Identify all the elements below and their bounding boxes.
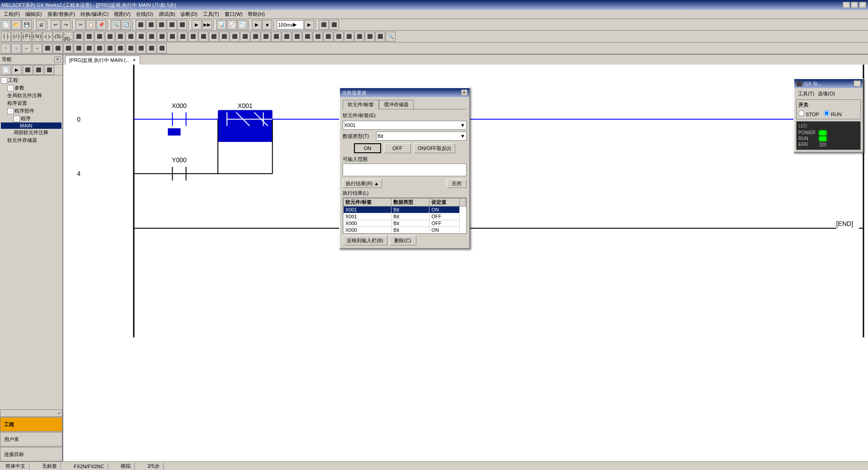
tb2-b31[interactable]: ⬛: [313, 32, 323, 42]
tb2-b12[interactable]: ⬛: [115, 32, 125, 42]
expand-params[interactable]: -: [7, 85, 14, 91]
menu-project[interactable]: 工程(F): [1, 10, 23, 19]
nav-btn-project[interactable]: 工程: [0, 417, 62, 432]
tb2-b25[interactable]: ⬛: [250, 32, 260, 42]
menu-tools[interactable]: 工具(T): [200, 10, 222, 19]
delete-btn[interactable]: 删除(C): [389, 235, 416, 245]
tb3-b12[interactable]: ⬛: [115, 43, 125, 53]
nav-tb-4[interactable]: ⬛: [33, 65, 43, 75]
tb3-b10[interactable]: ⬛: [94, 43, 104, 53]
tb2-b11[interactable]: ⬛: [105, 32, 115, 42]
table-row-2[interactable]: X000 Bit OFF: [344, 220, 466, 227]
tree-item-progpart[interactable]: - 程序部件: [1, 107, 61, 115]
menu-help[interactable]: 帮助(H): [245, 10, 267, 19]
tree-item-program[interactable]: - 程序: [1, 115, 61, 122]
table-row-1[interactable]: X001 Bit OFF: [344, 213, 466, 220]
menu-window[interactable]: 窗口(W): [222, 10, 245, 19]
expand-project[interactable]: -: [1, 77, 7, 84]
table-row-0[interactable]: X001 Bit ON: [344, 207, 466, 213]
tb2-b22[interactable]: ⬛: [219, 32, 229, 42]
maximize-btn[interactable]: □: [851, 2, 858, 8]
tb-undo[interactable]: ↩: [51, 20, 61, 30]
tb-misc1[interactable]: ⬛: [319, 20, 329, 30]
tb2-b1[interactable]: ┤├: [1, 32, 11, 42]
tb3-b6[interactable]: ⬛: [53, 43, 63, 53]
tb-compile2[interactable]: ▶▶: [202, 20, 212, 30]
tb2-b21[interactable]: ⬛: [209, 32, 219, 42]
table-row-4[interactable]: X001 Bit ON: [344, 234, 466, 234]
tree-item-progset[interactable]: 程序设置: [1, 99, 61, 107]
table-row-3[interactable]: X000 Bit ON: [344, 227, 466, 234]
tb-b5[interactable]: ⬛: [177, 20, 187, 30]
tb2-b5[interactable]: -( )-: [42, 32, 52, 42]
current-value-dialog[interactable]: 当前值更改 ✕ 软元件/标签 缓冲存储器 软元件/标签(E): [339, 87, 470, 249]
nav-close-btn[interactable]: ✕: [54, 56, 61, 63]
tb2-b34[interactable]: ⬛: [344, 32, 354, 42]
tb-replace[interactable]: 🔄: [121, 20, 131, 30]
tb2-b8[interactable]: ⬛: [74, 32, 84, 42]
tb3-b2[interactable]: ↓: [11, 43, 21, 53]
tb3-b16[interactable]: ⬛: [157, 43, 167, 53]
datatype-input[interactable]: Bit ▼: [376, 132, 467, 141]
tb-timer-dropdown[interactable]: 100ms ▶: [277, 20, 304, 29]
tb3-b14[interactable]: ⬛: [136, 43, 146, 53]
result-table-wrapper[interactable]: 软元件/标签 数据类型 设定值 X001: [343, 197, 467, 234]
tb2-b27[interactable]: ⬛: [271, 32, 281, 42]
off-button[interactable]: OFF: [384, 143, 411, 153]
dialog-close-right[interactable]: 关闭: [447, 179, 467, 188]
tree-item-project[interactable]: - 工程: [1, 76, 61, 84]
tb2-b28[interactable]: ⬛: [282, 32, 292, 42]
menu-convert[interactable]: 转换/编译(C): [78, 10, 111, 19]
tb2-b15[interactable]: ⬛: [146, 32, 156, 42]
menu-diagnose[interactable]: 诊断(D): [178, 10, 200, 19]
close-btn[interactable]: ✕: [859, 2, 866, 8]
tb-copy[interactable]: 📋: [86, 20, 96, 30]
nav-tb-5[interactable]: ⬛: [44, 65, 54, 75]
toggle-button[interactable]: ON/OFF取反(I): [414, 143, 455, 153]
tb-compile[interactable]: ▶: [192, 20, 202, 30]
tb2-b23[interactable]: ⬛: [230, 32, 240, 42]
tb2-b9[interactable]: ⬛: [84, 32, 94, 42]
tree-item-devmem[interactable]: 软元件存储器: [1, 136, 61, 144]
nav-btn-userlib[interactable]: 用户库: [0, 432, 62, 446]
tb-stop[interactable]: ■: [262, 20, 272, 30]
tb-timer-go[interactable]: ▶: [304, 20, 314, 30]
nav-tb-2[interactable]: ▶: [12, 65, 22, 75]
tb2-b16[interactable]: ⬛: [157, 32, 167, 42]
tb-b2[interactable]: ⬛: [146, 20, 156, 30]
tb2-b10[interactable]: ⬛: [94, 32, 104, 42]
tb2-b36[interactable]: ⬛: [365, 32, 375, 42]
tb2-zoom[interactable]: 🔍: [386, 32, 396, 42]
tb2-b17[interactable]: ⬛: [167, 32, 177, 42]
tb-b1[interactable]: ⬛: [136, 20, 146, 30]
tb-monitor[interactable]: 📊: [217, 20, 226, 30]
tb2-b13[interactable]: ⬛: [126, 32, 136, 42]
tb3-b13[interactable]: ⬛: [126, 43, 136, 53]
nav-more-btn[interactable]: »: [0, 409, 62, 417]
menu-edit[interactable]: 编辑(E): [23, 10, 45, 19]
tb-paste[interactable]: 📌: [96, 20, 106, 30]
doc-tab-main[interactable]: [PRG]监视 执行中 MAIN (... ✕: [65, 56, 140, 65]
tb-b4[interactable]: ⬛: [167, 20, 177, 30]
doc-tab-close[interactable]: ✕: [132, 58, 136, 62]
tb2-b6[interactable]: -(S)-: [53, 32, 63, 42]
menu-debug[interactable]: 调试(B): [156, 10, 178, 19]
tb2-b7[interactable]: -(R)-: [63, 32, 73, 42]
tb2-b29[interactable]: ⬛: [292, 32, 302, 42]
tb2-b33[interactable]: ⬛: [334, 32, 344, 42]
tb-run[interactable]: ▶: [252, 20, 262, 30]
tb3-b15[interactable]: ⬛: [146, 43, 156, 53]
tb-cut[interactable]: ✂: [75, 20, 85, 30]
tb2-b18[interactable]: ⬛: [178, 32, 188, 42]
tb-print[interactable]: 🖨: [36, 20, 46, 30]
tb-search[interactable]: 🔍: [111, 20, 121, 30]
expand-progpart[interactable]: -: [7, 108, 14, 114]
dialog-close-btn[interactable]: ✕: [461, 89, 467, 96]
result-expand-btn[interactable]: 执行结果(R) ▲: [343, 179, 382, 188]
menu-online[interactable]: 在线(O): [133, 10, 156, 19]
tb3-b8[interactable]: ⬛: [74, 43, 84, 53]
tb2-b4[interactable]: ┤N├: [32, 32, 42, 42]
tb3-b5[interactable]: ⬛: [42, 43, 52, 53]
tb2-b14[interactable]: ⬛: [136, 32, 146, 42]
tb-monitor2[interactable]: 📈: [227, 20, 237, 30]
